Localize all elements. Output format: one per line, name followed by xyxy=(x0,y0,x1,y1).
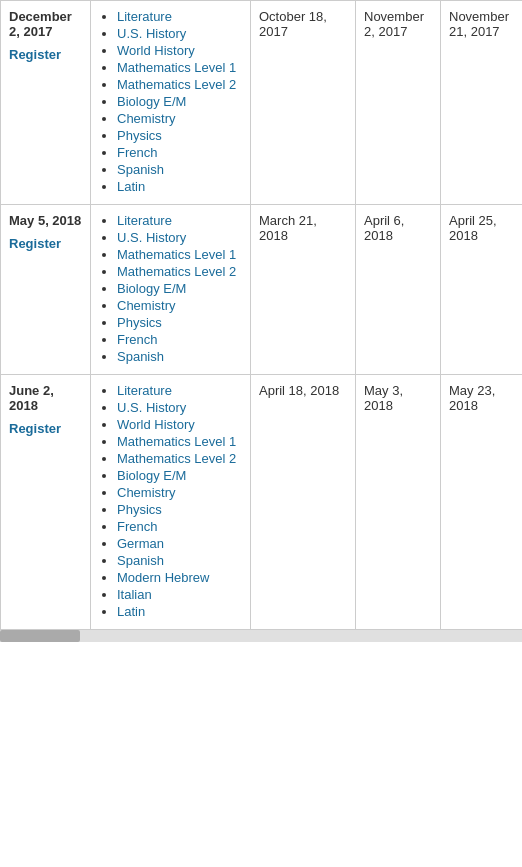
subject-link[interactable]: Chemistry xyxy=(117,298,176,313)
score-date2-cell-1: April 25, 2018 xyxy=(441,205,523,375)
register-link[interactable]: Register xyxy=(9,236,82,251)
score-date-1: May 3, 2018 xyxy=(364,383,403,413)
list-item: Physics xyxy=(117,128,242,143)
subject-link[interactable]: Literature xyxy=(117,213,172,228)
list-item: Mathematics Level 2 xyxy=(117,77,242,92)
exam-date: December 2, 2017 xyxy=(9,9,72,39)
list-item: Modern Hebrew xyxy=(117,570,242,585)
date-cell-2: June 2, 2018 Register xyxy=(1,375,91,630)
list-item: Physics xyxy=(117,315,242,330)
list-item: World History xyxy=(117,43,242,58)
registration-deadline-cell-2: April 18, 2018 xyxy=(251,375,356,630)
score-date-1: November 2, 2017 xyxy=(364,9,424,39)
exam-date: May 5, 2018 xyxy=(9,213,81,228)
list-item: Mathematics Level 1 xyxy=(117,60,242,75)
scrollbar-thumb[interactable] xyxy=(0,630,80,642)
list-item: Spanish xyxy=(117,553,242,568)
register-link[interactable]: Register xyxy=(9,47,82,62)
subject-link[interactable]: Chemistry xyxy=(117,485,176,500)
list-item: French xyxy=(117,145,242,160)
date-cell-1: May 5, 2018 Register xyxy=(1,205,91,375)
list-item: German xyxy=(117,536,242,551)
list-item: Biology E/M xyxy=(117,468,242,483)
subject-link[interactable]: Mathematics Level 2 xyxy=(117,451,236,466)
registration-deadline: April 18, 2018 xyxy=(259,383,339,398)
subjects-cell-0: LiteratureU.S. HistoryWorld HistoryMathe… xyxy=(91,1,251,205)
score-date2-cell-2: May 23, 2018 xyxy=(441,375,523,630)
exam-date: June 2, 2018 xyxy=(9,383,54,413)
list-item: Mathematics Level 1 xyxy=(117,434,242,449)
list-item: Latin xyxy=(117,179,242,194)
list-item: U.S. History xyxy=(117,400,242,415)
subject-link[interactable]: Mathematics Level 1 xyxy=(117,434,236,449)
list-item: Italian xyxy=(117,587,242,602)
registration-deadline-cell-0: October 18, 2017 xyxy=(251,1,356,205)
subjects-cell-2: LiteratureU.S. HistoryWorld HistoryMathe… xyxy=(91,375,251,630)
subject-link[interactable]: Spanish xyxy=(117,162,164,177)
score-date-2: April 25, 2018 xyxy=(449,213,497,243)
list-item: Literature xyxy=(117,213,242,228)
score-date-2: November 21, 2017 xyxy=(449,9,509,39)
subject-link[interactable]: Physics xyxy=(117,315,162,330)
subject-link[interactable]: Mathematics Level 2 xyxy=(117,264,236,279)
horizontal-scrollbar[interactable] xyxy=(0,630,522,642)
list-item: Latin xyxy=(117,604,242,619)
list-item: French xyxy=(117,332,242,347)
subject-link[interactable]: French xyxy=(117,332,157,347)
subject-link[interactable]: U.S. History xyxy=(117,26,186,41)
subject-link[interactable]: French xyxy=(117,519,157,534)
subject-link[interactable]: Literature xyxy=(117,383,172,398)
score-date-2: May 23, 2018 xyxy=(449,383,495,413)
subject-link[interactable]: World History xyxy=(117,417,195,432)
score-date1-cell-0: November 2, 2017 xyxy=(356,1,441,205)
subjects-cell-1: LiteratureU.S. HistoryMathematics Level … xyxy=(91,205,251,375)
subject-link[interactable]: Biology E/M xyxy=(117,281,186,296)
subject-link[interactable]: Physics xyxy=(117,128,162,143)
list-item: Mathematics Level 2 xyxy=(117,264,242,279)
subject-link[interactable]: Mathematics Level 2 xyxy=(117,77,236,92)
subject-link[interactable]: Modern Hebrew xyxy=(117,570,210,585)
subject-link[interactable]: World History xyxy=(117,43,195,58)
list-item: Chemistry xyxy=(117,111,242,126)
subject-link[interactable]: Mathematics Level 1 xyxy=(117,60,236,75)
registration-deadline: October 18, 2017 xyxy=(259,9,327,39)
register-link[interactable]: Register xyxy=(9,421,82,436)
subject-link[interactable]: Biology E/M xyxy=(117,94,186,109)
list-item: Spanish xyxy=(117,162,242,177)
score-date-1: April 6, 2018 xyxy=(364,213,404,243)
list-item: Mathematics Level 1 xyxy=(117,247,242,262)
score-date1-cell-2: May 3, 2018 xyxy=(356,375,441,630)
list-item: U.S. History xyxy=(117,26,242,41)
list-item: Literature xyxy=(117,383,242,398)
date-cell-0: December 2, 2017 Register xyxy=(1,1,91,205)
subject-link[interactable]: German xyxy=(117,536,164,551)
subject-link[interactable]: Latin xyxy=(117,179,145,194)
subject-link[interactable]: Latin xyxy=(117,604,145,619)
list-item: Biology E/M xyxy=(117,94,242,109)
list-item: French xyxy=(117,519,242,534)
list-item: World History xyxy=(117,417,242,432)
subject-link[interactable]: Spanish xyxy=(117,553,164,568)
registration-deadline: March 21, 2018 xyxy=(259,213,317,243)
list-item: Mathematics Level 2 xyxy=(117,451,242,466)
subject-link[interactable]: U.S. History xyxy=(117,230,186,245)
subject-link[interactable]: Biology E/M xyxy=(117,468,186,483)
subject-link[interactable]: Physics xyxy=(117,502,162,517)
list-item: Physics xyxy=(117,502,242,517)
subject-link[interactable]: Spanish xyxy=(117,349,164,364)
list-item: Chemistry xyxy=(117,298,242,313)
subject-link[interactable]: French xyxy=(117,145,157,160)
subject-link[interactable]: Literature xyxy=(117,9,172,24)
subject-link[interactable]: Mathematics Level 1 xyxy=(117,247,236,262)
list-item: U.S. History xyxy=(117,230,242,245)
exam-schedule-table: December 2, 2017 Register LiteratureU.S.… xyxy=(0,0,522,630)
list-item: Biology E/M xyxy=(117,281,242,296)
list-item: Literature xyxy=(117,9,242,24)
subject-link[interactable]: U.S. History xyxy=(117,400,186,415)
list-item: Chemistry xyxy=(117,485,242,500)
score-date2-cell-0: November 21, 2017 xyxy=(441,1,523,205)
list-item: Spanish xyxy=(117,349,242,364)
subject-link[interactable]: Chemistry xyxy=(117,111,176,126)
subject-link[interactable]: Italian xyxy=(117,587,152,602)
score-date1-cell-1: April 6, 2018 xyxy=(356,205,441,375)
